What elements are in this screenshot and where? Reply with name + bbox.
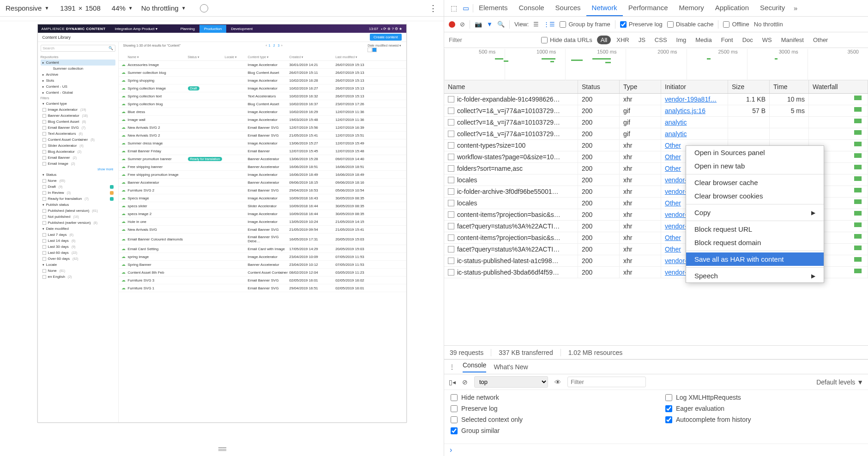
table-row[interactable]: ☁New Arrivals SVGEmail Banner SVG21/05/2… [119, 226, 406, 234]
view-toggle[interactable] [368, 48, 401, 52]
filter-item[interactable]: Last 7 days(6) [41, 232, 115, 238]
clear-icon[interactable]: ⊘ [460, 21, 465, 28]
filter-group-head[interactable]: ▾Locale [41, 262, 115, 268]
network-row[interactable]: collect?v=1&_v=j77&a=10103729…200gifanal… [444, 117, 868, 128]
context-select[interactable]: top [474, 376, 548, 388]
net-col-time[interactable]: Time [770, 80, 809, 93]
record-button[interactable] [449, 21, 455, 28]
kebab-icon[interactable]: ⋮ [429, 3, 437, 13]
filter-item[interactable]: Banner Accelerator(18) [41, 113, 115, 119]
table-row[interactable]: ☁New Arrivals SVG 2Email Banner SVG21/05… [119, 132, 406, 139]
console-opt[interactable]: Autocomplete from history [665, 416, 862, 423]
nav-item-production[interactable]: Production [199, 25, 226, 33]
filter-type-ws[interactable]: WS [759, 36, 776, 44]
network-row[interactable]: collect?v=1&_v=j77&a=10103729…200gifanal… [444, 128, 868, 140]
ctx-item[interactable]: Clear browser cookies [686, 189, 824, 203]
filter-type-manifest[interactable]: Manifest [778, 36, 808, 44]
list-view-icon[interactable]: ☰ [533, 21, 539, 28]
inspect-icon[interactable]: ⬚ [449, 3, 459, 13]
filter-item[interactable]: Not published(16) [41, 214, 115, 220]
filter-group-head[interactable]: ▾Content type [41, 101, 115, 107]
filter-item[interactable]: Published (earlier version)(8) [41, 220, 115, 226]
ctx-item[interactable]: Block request URL [686, 222, 824, 236]
height-input[interactable]: 1508 [85, 4, 100, 12]
tab-elements[interactable]: Elements [473, 0, 513, 16]
filter-item[interactable]: Email Image(2) [41, 161, 115, 167]
table-row[interactable]: ☁Email Banner Coloured diamondsEmail Ban… [119, 234, 406, 245]
table-row[interactable]: ☁Hole in oneImage Accelerator13/05/2019 … [119, 218, 406, 226]
console-filter-input[interactable] [567, 377, 646, 387]
filter-group-head[interactable]: ▾Date modified [41, 226, 115, 232]
table-row[interactable]: ☁Email Banner FridayEmail Banner12/07/20… [119, 147, 406, 155]
filter-item[interactable]: Blog Accelerator(2) [41, 149, 115, 155]
group-by-frame-checkbox[interactable]: Group by frame [560, 21, 610, 28]
tab-application[interactable]: Application [710, 0, 754, 16]
tab-console[interactable]: Console [463, 361, 486, 372]
filter-item[interactable]: Last 14 days(6) [41, 238, 115, 244]
filter-item[interactable]: Email Banner SVG(7) [41, 125, 115, 131]
filter-type-media[interactable]: Media [692, 36, 715, 44]
net-col-status[interactable]: Status [578, 80, 620, 93]
filter-item[interactable]: Published (latest version)(61) [41, 208, 115, 214]
table-row[interactable]: ☁Summer promotion bannerReady for transl… [119, 155, 406, 163]
sort-select[interactable]: Date modified newest [368, 44, 398, 47]
tree-view-icon[interactable]: ⋮☰ [543, 21, 555, 28]
net-col-initiator[interactable]: Initiator [661, 80, 728, 93]
table-row[interactable]: ☁Summer collection blogBlog Content Asse… [119, 69, 406, 77]
console-opt[interactable]: Log XMLHttpRequests [665, 394, 862, 401]
table-row[interactable]: ☁Free shipping bannerBanner Accelerator1… [119, 163, 406, 171]
net-col-size[interactable]: Size [728, 80, 770, 93]
throttling-select[interactable]: No throttlin [754, 21, 783, 28]
net-col-waterfall[interactable]: Waterfall [809, 80, 868, 93]
width-input[interactable]: 1391 [60, 4, 75, 12]
network-row[interactable]: ic-folder-expandable-91c4998626…200xhrve… [444, 94, 868, 105]
search-icon[interactable]: 🔍 [497, 21, 505, 28]
filter-item[interactable]: en English(2) [41, 274, 115, 280]
table-row[interactable]: ☁Furniture SVG 3Email Banner SVG02/05/20… [119, 276, 406, 284]
table-row[interactable]: ☁Spring shoppingImage Accelerator10/02/2… [119, 77, 406, 84]
table-row[interactable]: ☁Specs imageImage Accelerator10/09/2018 … [119, 194, 406, 202]
nav-item-development[interactable]: Development [226, 25, 257, 33]
ctx-item[interactable]: Open in new tab [686, 159, 824, 173]
clear-console-icon[interactable]: ⊘ [462, 378, 468, 386]
table-row[interactable]: ☁Furniture SVG 2Email Banner SVG29/04/20… [119, 186, 406, 194]
context-menu[interactable]: Open in Sources panelOpen in new tabClea… [686, 145, 824, 283]
table-row[interactable]: ☁spring imageImage Accelerator23/04/2019… [119, 253, 406, 261]
tab-sources[interactable]: Sources [550, 0, 586, 16]
tab-memory[interactable]: Memory [674, 0, 710, 16]
filter-item[interactable]: Ready for translation(7) [41, 196, 115, 202]
table-row[interactable]: ☁Content Asset 8th FebContent Asset Cont… [119, 269, 406, 276]
eye-icon[interactable]: 👁 [555, 378, 561, 386]
levels-select[interactable]: Default levels ▼ [816, 378, 863, 386]
table-row[interactable]: ☁New Arrivals SVG 2Email Banner SVG12/07… [119, 124, 406, 132]
filter-item[interactable]: Content Asset Container(5) [41, 137, 115, 143]
tab-security[interactable]: Security [754, 0, 790, 16]
create-content-button[interactable]: Create content [370, 34, 401, 41]
rotate-icon[interactable] [200, 4, 208, 12]
filter-item[interactable]: Draft(9) [41, 184, 115, 190]
filter-item[interactable]: Text Accelerators(6) [41, 131, 115, 137]
filter-type-xhr[interactable]: XHR [613, 36, 633, 44]
table-row[interactable]: ☁Email Card SettingEmail Card with Image… [119, 245, 406, 253]
console-prompt[interactable]: › [444, 444, 868, 456]
filter-group-head[interactable]: ▾Status [41, 172, 115, 178]
table-row[interactable]: ☁Banner AcceleratorBanner Accelerator09/… [119, 179, 406, 186]
zoom-select[interactable]: 44%▼ [112, 4, 133, 12]
console-opt[interactable]: Hide network [451, 394, 647, 401]
table-row[interactable]: ☁Spring BannerBanner Accelerator23/04/20… [119, 261, 406, 269]
filter-item[interactable]: Over 60 days(62) [41, 256, 115, 262]
resize-handle-icon[interactable]: ≡≡ [218, 444, 226, 454]
filter-type-css[interactable]: CSS [651, 36, 671, 44]
table-row[interactable]: ☁Furniture SVG 1Email Banner SVG29/04/20… [119, 284, 406, 292]
filter-type-img[interactable]: Img [673, 36, 690, 44]
filter-type-js[interactable]: JS [635, 36, 649, 44]
network-timeline[interactable]: 500 ms1000 ms1500 ms2000 ms2500 ms3000 m… [444, 48, 868, 80]
console-opt[interactable]: Preserve log [451, 405, 647, 412]
repo-item[interactable]: ▸Archive [41, 72, 115, 78]
responsive-select[interactable]: Responsive▼ [6, 4, 49, 12]
filter-item[interactable]: Blog Content Asset(8) [41, 119, 115, 125]
throttling-select[interactable]: No throttling▼ [141, 4, 186, 12]
tab-whats-new[interactable]: What's New [494, 363, 528, 371]
offline-checkbox[interactable]: Offline [723, 21, 749, 28]
tab-performance[interactable]: Performance [623, 0, 674, 16]
